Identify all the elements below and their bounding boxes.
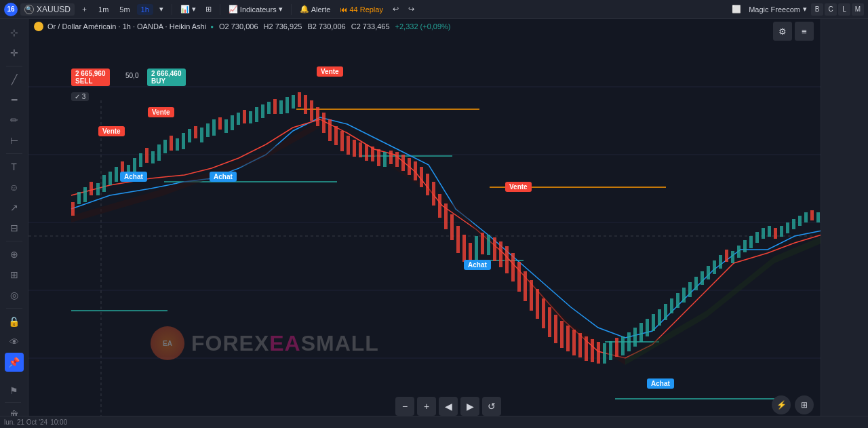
svg-rect-65 bbox=[377, 149, 380, 166]
symbol-selector[interactable]: 🔍 XAUUSD bbox=[20, 3, 75, 16]
chart-title: Or / Dollar Américain · 1h · OANDA · Hei… bbox=[34, 22, 214, 31]
undo-button[interactable]: ↩ bbox=[389, 2, 402, 17]
svg-rect-99 bbox=[585, 336, 588, 361]
redo-button[interactable]: ↪ bbox=[405, 2, 418, 17]
b-button[interactable]: B bbox=[811, 3, 823, 16]
scroll-left-button[interactable]: ◀ bbox=[439, 397, 458, 416]
sidebar-sep-3 bbox=[6, 241, 22, 241]
svg-rect-59 bbox=[340, 131, 344, 151]
expand-icon[interactable]: ⊞ bbox=[795, 395, 814, 414]
lock-tool[interactable]: 🔒 bbox=[5, 312, 24, 331]
m-button[interactable]: M bbox=[852, 3, 864, 16]
svg-rect-111 bbox=[658, 309, 661, 326]
svg-rect-53 bbox=[304, 95, 307, 114]
replay-label: 44 Replay bbox=[349, 5, 383, 14]
bid-label: B2 730,006 bbox=[307, 22, 345, 31]
svg-rect-118 bbox=[701, 271, 704, 285]
svg-rect-72 bbox=[420, 167, 423, 187]
signal-achat-1: Achat bbox=[120, 172, 147, 182]
zoom-out-button[interactable]: − bbox=[395, 397, 414, 416]
tradingview-logo[interactable]: 16 bbox=[4, 3, 18, 16]
zoom-indicator: ✓ 3 bbox=[71, 92, 89, 101]
alert-tool[interactable]: ⚑ bbox=[5, 381, 24, 400]
fullscreen-button[interactable]: ⬜ bbox=[728, 2, 745, 17]
watermark-suffix: SMALL bbox=[301, 331, 379, 355]
timeframe-dropdown[interactable]: ▾ bbox=[156, 2, 167, 17]
l-button[interactable]: L bbox=[838, 3, 850, 16]
buy-box: 2 666,460 BUY bbox=[147, 69, 186, 86]
svg-rect-113 bbox=[670, 298, 673, 313]
svg-rect-102 bbox=[603, 343, 606, 364]
reset-button[interactable]: ↺ bbox=[482, 397, 501, 416]
draw-tool[interactable]: ✏ bbox=[5, 111, 24, 130]
ruler-tool[interactable]: ⊞ bbox=[5, 265, 24, 284]
magnet-tool[interactable]: ◎ bbox=[5, 286, 24, 305]
timeframe-1m[interactable]: 1m bbox=[94, 4, 113, 15]
svg-rect-132 bbox=[786, 222, 789, 233]
svg-rect-29 bbox=[157, 144, 161, 161]
svg-rect-42 bbox=[237, 113, 240, 125]
pin-tool[interactable]: 📌 bbox=[5, 353, 24, 372]
settings-button[interactable]: ⚙ bbox=[773, 22, 792, 41]
svg-rect-19 bbox=[96, 183, 100, 195]
eye-tool[interactable]: 👁 bbox=[5, 332, 24, 351]
list-button[interactable]: ≡ bbox=[795, 22, 814, 41]
svg-rect-81 bbox=[475, 236, 478, 260]
measure-tool[interactable]: ⊢ bbox=[5, 131, 24, 150]
svg-rect-119 bbox=[707, 266, 710, 279]
svg-rect-87 bbox=[511, 253, 515, 281]
timeframe-1h[interactable]: 1h bbox=[137, 4, 153, 15]
svg-rect-67 bbox=[389, 151, 393, 164]
svg-rect-56 bbox=[322, 113, 326, 133]
flash-icon[interactable]: ⚡ bbox=[772, 395, 791, 414]
toolbar-right: ⬜ Magic Freecom ▾ B C L M bbox=[728, 2, 864, 17]
zoom-tool[interactable]: ⊕ bbox=[5, 245, 24, 264]
hline-tool[interactable]: ━ bbox=[5, 90, 24, 109]
alert-button[interactable]: 🔔 Alerte bbox=[296, 2, 334, 17]
c-button[interactable]: C bbox=[825, 3, 837, 16]
crosshair-tool[interactable]: ✛ bbox=[5, 43, 24, 62]
indicators-icon: 📈 bbox=[229, 5, 238, 14]
svg-rect-107 bbox=[633, 328, 637, 347]
zoom-in-button[interactable]: + bbox=[417, 397, 436, 416]
status-date: lun. 21 Oct '24 bbox=[4, 419, 47, 426]
watermark-text: FOREXEASMALL bbox=[191, 331, 379, 356]
sell-box: 2 665,960 SELL bbox=[71, 69, 110, 86]
patterns-tool[interactable]: ⊟ bbox=[5, 218, 24, 237]
magic-freecom-container[interactable]: Magic Freecom ▾ bbox=[749, 5, 807, 14]
scroll-right-button[interactable]: ▶ bbox=[460, 397, 479, 416]
chart-header: Or / Dollar Américain · 1h · OANDA · Hei… bbox=[28, 19, 456, 34]
divider-1 bbox=[172, 4, 172, 15]
chart-type-button[interactable]: 📊 ▾ bbox=[177, 2, 199, 17]
svg-rect-101 bbox=[597, 342, 600, 364]
svg-rect-55 bbox=[316, 107, 319, 126]
ohlc-data: O2 730,006 H2 736,925 B2 730,006 C2 733,… bbox=[219, 22, 451, 31]
shapes-tool[interactable]: ☺ bbox=[5, 178, 24, 197]
svg-rect-90 bbox=[530, 280, 533, 311]
indicators-button[interactable]: 📈 Indicateurs ▾ bbox=[225, 2, 286, 17]
svg-rect-54 bbox=[310, 100, 313, 121]
compare-button[interactable]: ⊞ bbox=[202, 2, 215, 17]
sidebar-sep-1 bbox=[6, 66, 22, 66]
svg-rect-137 bbox=[816, 212, 820, 222]
replay-button[interactable]: ⏮ 44 Replay bbox=[336, 2, 387, 17]
svg-rect-126 bbox=[749, 236, 753, 248]
svg-rect-109 bbox=[646, 319, 649, 336]
text-tool[interactable]: T bbox=[5, 157, 24, 176]
divider-3 bbox=[291, 4, 292, 15]
add-symbol-button[interactable]: ＋ bbox=[77, 2, 92, 17]
left-sidebar: ⊹ ✛ ╱ ━ ✏ ⊢ T ☺ ↗ ⊟ ⊕ ⊞ ◎ 🔒 👁 📌 ⚑ 🗑 bbox=[0, 19, 28, 428]
magic-freecom-arrow: ▾ bbox=[803, 5, 807, 14]
line-tool[interactable]: ╱ bbox=[5, 70, 24, 89]
svg-rect-74 bbox=[432, 182, 435, 206]
svg-rect-85 bbox=[499, 241, 502, 267]
timeframe-5m[interactable]: 5m bbox=[115, 4, 134, 15]
svg-rect-98 bbox=[578, 333, 582, 357]
svg-rect-38 bbox=[212, 119, 216, 136]
watermark: EA FOREXEASMALL bbox=[151, 326, 379, 360]
svg-rect-70 bbox=[408, 158, 411, 175]
svg-rect-75 bbox=[438, 194, 441, 218]
cursor-tool[interactable]: ⊹ bbox=[5, 23, 24, 42]
fib-tool[interactable]: ↗ bbox=[5, 198, 24, 217]
svg-rect-100 bbox=[591, 339, 594, 362]
